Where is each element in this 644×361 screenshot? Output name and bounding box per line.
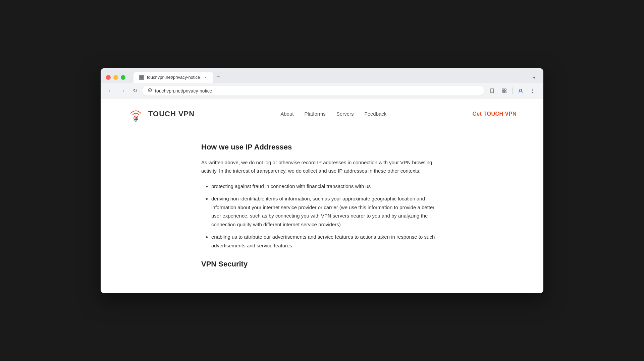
svg-rect-2 [502,89,504,91]
extensions-button[interactable] [499,85,509,96]
svg-rect-10 [134,117,135,120]
nav-about[interactable]: About [280,111,293,117]
svg-point-0 [141,76,143,78]
intro-paragraph: As written above, we do not log or other… [201,158,443,175]
tab-favicon [139,75,144,80]
forward-button[interactable]: → [118,86,127,96]
tab-bar: touchvpn.net/privacy-notice × + ▾ [133,72,538,83]
menu-button[interactable] [527,85,538,96]
svg-rect-11 [135,117,137,120]
browser-content: TOUCH VPN About Platforms Servers Feedba… [101,99,543,293]
profile-button[interactable] [515,85,526,96]
address-security-icon [148,88,152,94]
logo-icon [127,106,144,122]
address-bar[interactable]: touchvpn.net/privacy-notice [142,86,484,96]
maximize-button[interactable] [121,75,125,80]
bullet1-text: protecting against fraud in connection w… [211,183,371,189]
logo-text: TOUCH VPN [148,110,195,118]
svg-rect-3 [504,89,506,91]
back-button[interactable]: ← [106,86,115,96]
list-item: deriving non-identifiable items of infor… [211,194,443,229]
get-vpn-button[interactable]: Get TOUCH VPN [472,111,517,117]
svg-point-1 [148,88,152,92]
article-content: How we use IP Addresses As written above… [195,129,449,282]
list-item: protecting against fraud in connection w… [211,182,443,191]
svg-rect-5 [504,91,506,93]
close-button[interactable] [106,75,111,80]
list-item: enabling us to attribute our advertiseme… [211,233,443,250]
tab-title-text: touchvpn.net/privacy-notice [147,75,200,80]
browser-toolbar: ← → ↻ touchvpn.net/privacy-notice [101,83,543,99]
svg-rect-4 [502,91,504,93]
site-logo: TOUCH VPN [127,106,195,122]
svg-point-8 [532,90,533,91]
site-header: TOUCH VPN About Platforms Servers Feedba… [101,99,543,129]
svg-point-9 [532,92,533,93]
svg-point-6 [520,89,522,91]
tab-close-button[interactable]: × [203,75,208,80]
toolbar-icons [487,85,538,96]
bullet2-text: deriving non-identifiable items of infor… [211,196,434,227]
traffic-lights [106,75,125,80]
address-url-text: touchvpn.net/privacy-notice [155,88,479,94]
toolbar-divider [512,87,513,94]
site-nav: About Platforms Servers Feedback [280,111,386,117]
nav-platforms[interactable]: Platforms [304,111,325,117]
bullet3-text: enabling us to attribute our advertiseme… [211,234,435,248]
nav-feedback[interactable]: Feedback [364,111,386,117]
minimize-button[interactable] [113,75,118,80]
active-tab[interactable]: touchvpn.net/privacy-notice × [133,72,213,83]
section2-heading: VPN Security [201,260,443,268]
bullet-list: protecting against fraud in connection w… [201,182,443,250]
svg-point-7 [532,88,533,89]
bookmark-button[interactable] [487,85,497,96]
svg-rect-12 [137,117,138,120]
nav-servers[interactable]: Servers [336,111,354,117]
new-tab-button[interactable]: + [213,72,223,81]
browser-titlebar: touchvpn.net/privacy-notice × + ▾ [101,68,543,83]
tab-dropdown-button[interactable]: ▾ [530,73,538,81]
browser-window: touchvpn.net/privacy-notice × + ▾ ← → ↻ … [101,68,543,293]
refresh-button[interactable]: ↻ [130,86,140,96]
section1-heading: How we use IP Addresses [201,143,443,152]
